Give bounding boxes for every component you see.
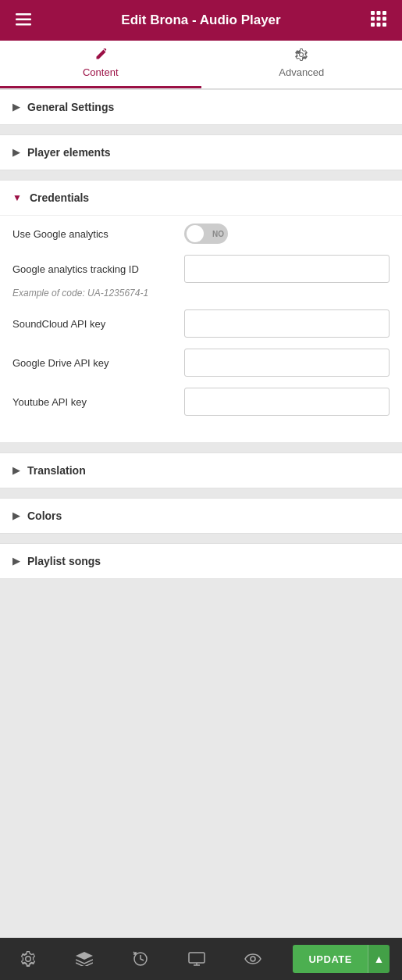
credentials-content: Use Google analytics NO Google analytics… [0, 215, 402, 442]
tab-advanced-label: Advanced [279, 66, 324, 78]
tab-content-label: Content [83, 66, 119, 78]
tracking-id-label: Google analytics tracking ID [12, 263, 184, 275]
svg-rect-3 [371, 11, 375, 15]
arrow-credentials: ▼ [12, 192, 22, 203]
gear-icon [295, 48, 308, 64]
page-title: Edit Brona - Audio Player [121, 13, 280, 28]
section-colors-label: Colors [27, 510, 62, 522]
monitor-toolbar-icon[interactable] [181, 943, 212, 975]
arrow-playlist-songs: ▶ [12, 556, 20, 567]
svg-rect-7 [377, 16, 381, 20]
layers-toolbar-icon[interactable] [69, 943, 100, 975]
svg-rect-13 [189, 953, 205, 963]
gdrive-label: Google Drive API key [12, 357, 184, 369]
tracking-id-row: Google analytics tracking ID [12, 255, 390, 283]
toggle-no-label: NO [212, 230, 224, 238]
svg-rect-0 [16, 13, 31, 16]
section-general-settings-header[interactable]: ▶ General Settings [0, 90, 402, 124]
svg-rect-2 [16, 23, 31, 26]
section-general-settings: ▶ General Settings [0, 89, 402, 125]
section-player-elements-label: Player elements [27, 146, 111, 159]
section-playlist-songs-header[interactable]: ▶ Playlist songs [0, 544, 402, 578]
tabs-bar: Content Advanced [0, 41, 402, 89]
update-arrow-icon: ▲ [374, 953, 385, 965]
svg-marker-12 [76, 952, 93, 960]
analytics-label: Use Google analytics [12, 228, 184, 240]
header: Edit Brona - Audio Player [0, 0, 402, 41]
eye-toolbar-icon[interactable] [237, 943, 269, 975]
toggle-slider: NO [184, 224, 228, 244]
svg-rect-6 [371, 16, 375, 20]
svg-rect-11 [382, 23, 386, 27]
soundcloud-label: SoundCloud API key [12, 318, 184, 330]
section-credentials-label: Credentials [30, 191, 89, 204]
settings-toolbar-icon[interactable] [12, 943, 44, 975]
svg-rect-4 [377, 11, 381, 15]
svg-rect-8 [382, 16, 386, 20]
update-button[interactable]: UPDATE [293, 945, 367, 973]
svg-rect-9 [371, 23, 375, 27]
section-translation-header[interactable]: ▶ Translation [0, 453, 402, 488]
analytics-row: Use Google analytics NO [12, 224, 390, 244]
svg-rect-10 [377, 23, 381, 27]
arrow-player-elements: ▶ [12, 147, 20, 158]
menu-icon[interactable] [12, 9, 34, 33]
section-translation: ▶ Translation [0, 452, 402, 488]
section-credentials: ▼ Credentials Use Google analytics NO Go… [0, 180, 402, 443]
tracking-id-input[interactable] [184, 255, 390, 283]
arrow-colors: ▶ [12, 510, 20, 521]
analytics-toggle-container: NO [184, 224, 228, 244]
section-credentials-header[interactable]: ▼ Credentials [0, 181, 402, 215]
section-general-settings-label: General Settings [27, 101, 114, 113]
gdrive-row: Google Drive API key [12, 349, 390, 377]
svg-rect-5 [382, 11, 386, 15]
youtube-input[interactable] [184, 388, 390, 416]
youtube-label: Youtube API key [12, 396, 184, 408]
section-playlist-songs: ▶ Playlist songs [0, 543, 402, 579]
section-colors-header[interactable]: ▶ Colors [0, 499, 402, 533]
arrow-translation: ▶ [12, 465, 20, 476]
bottom-toolbar: UPDATE ▲ [0, 938, 402, 980]
svg-point-16 [251, 957, 255, 961]
gdrive-input[interactable] [184, 349, 390, 377]
tab-content[interactable]: Content [0, 41, 201, 88]
svg-rect-1 [16, 18, 31, 20]
history-toolbar-icon[interactable] [125, 943, 156, 975]
grid-icon[interactable] [368, 8, 390, 34]
arrow-general-settings: ▶ [12, 102, 20, 113]
analytics-toggle[interactable]: NO [184, 224, 228, 244]
tab-advanced[interactable]: Advanced [201, 41, 403, 88]
pencil-icon [94, 48, 107, 64]
soundcloud-row: SoundCloud API key [12, 309, 390, 338]
section-playlist-songs-label: Playlist songs [27, 555, 101, 567]
section-player-elements: ▶ Player elements [0, 134, 402, 170]
soundcloud-input[interactable] [184, 309, 390, 338]
update-btn-group: UPDATE ▲ [293, 945, 389, 973]
section-player-elements-header[interactable]: ▶ Player elements [0, 135, 402, 170]
section-colors: ▶ Colors [0, 498, 402, 534]
section-translation-label: Translation [27, 464, 86, 477]
empty-gray-area [0, 584, 402, 938]
update-arrow-button[interactable]: ▲ [368, 945, 390, 973]
tracking-hint: Example of code: UA-1235674-1 [12, 288, 390, 299]
youtube-row: Youtube API key [12, 388, 390, 416]
